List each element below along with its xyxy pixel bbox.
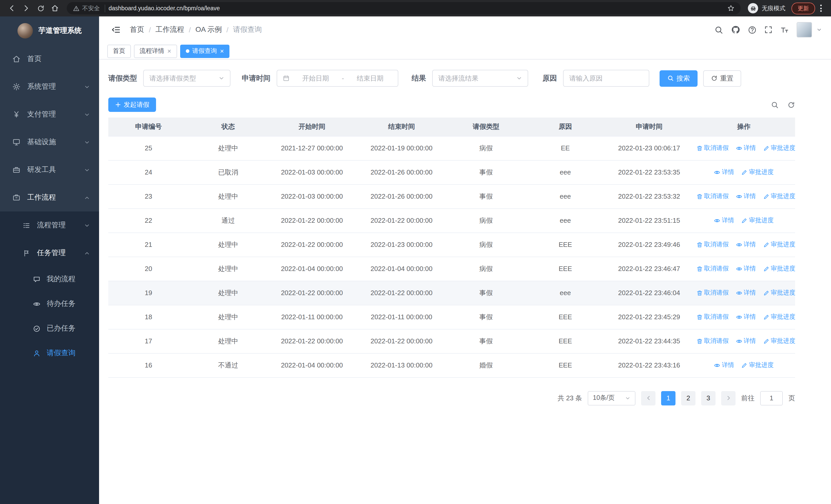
cell-reason: eee [525,184,605,208]
detail-action[interactable]: 详情 [736,192,756,201]
avatar-caret-icon[interactable] [816,27,822,32]
tab-process-detail[interactable]: 流程详情 × [134,45,177,58]
leave-type-select[interactable]: 请选择请假类型 [143,70,230,87]
page-button-3[interactable]: 3 [701,391,716,405]
cell-end: 2022-01-04 00:00:00 [356,257,447,281]
cancel-leave-action[interactable]: 取消请假 [696,264,728,273]
cell-actions: 取消请假详情审批进度 [693,257,795,281]
approval-progress-action[interactable]: 审批进度 [741,216,774,225]
forward-icon[interactable] [20,2,33,15]
approval-progress-action[interactable]: 审批进度 [763,264,795,273]
cancel-leave-action[interactable]: 取消请假 [696,313,728,321]
approval-progress-action[interactable]: 审批进度 [763,313,795,321]
table-search-icon[interactable] [771,101,779,109]
refresh-icon[interactable] [34,2,47,15]
total-count: 共 23 条 [558,393,582,403]
result-select[interactable]: 请选择流结果 [432,70,528,87]
sidebar-collapse-icon[interactable] [111,25,121,34]
approval-progress-action[interactable]: 审批进度 [741,361,774,369]
sidebar-item-payment[interactable]: 支付管理 [0,100,99,128]
back-icon[interactable] [5,2,19,15]
sidebar-item-home[interactable]: 首页 [0,45,99,73]
chevron-up-icon [84,250,90,256]
sidebar-item-infrastructure[interactable]: 基础设施 [0,128,99,156]
approval-progress-action[interactable]: 审批进度 [763,192,795,201]
goto-page-input[interactable] [760,391,783,405]
detail-action[interactable]: 详情 [736,240,756,249]
detail-action[interactable]: 详情 [736,264,756,273]
detail-action[interactable]: 详情 [736,144,756,152]
reason-input[interactable] [564,70,649,86]
chevron-down-icon [516,76,522,81]
browser-update-button[interactable]: 更新 [792,2,815,14]
view-icon [736,145,742,151]
breadcrumb-oa-example[interactable]: OA 示例 [196,25,222,34]
sidebar-item-process-management[interactable]: 流程管理 [0,211,99,239]
sidebar-item-done-tasks[interactable]: 已办任务 [0,316,99,341]
sidebar-item-devtools[interactable]: 研发工具 [0,156,99,184]
close-icon[interactable]: × [220,48,224,54]
detail-action[interactable]: 详情 [714,361,734,369]
tab-home[interactable]: 首页 [107,45,131,58]
create-leave-button[interactable]: 发起请假 [108,97,156,112]
address-bar[interactable]: 不安全 dashboard.yudao.iocoder.cn/bpm/oa/le… [67,2,741,14]
browser-toolbar: 不安全 dashboard.yudao.iocoder.cn/bpm/oa/le… [0,0,831,17]
cancel-leave-action[interactable]: 取消请假 [696,144,728,152]
reset-button[interactable]: 重置 [703,70,741,87]
page-button-2[interactable]: 2 [681,391,695,405]
detail-action[interactable]: 详情 [736,337,756,346]
progress-icon [763,266,769,272]
sidebar-item-task-management[interactable]: 任务管理 [0,239,99,267]
detail-action[interactable]: 详情 [736,313,756,321]
approval-progress-action[interactable]: 审批进度 [763,337,795,346]
sidebar-item-system[interactable]: 系统管理 [0,73,99,100]
sidebar-item-workflow[interactable]: 工作流程 [0,184,99,211]
help-icon[interactable] [748,25,756,34]
approval-progress-action[interactable]: 审批进度 [763,289,795,297]
detail-action[interactable]: 详情 [714,216,734,225]
github-icon[interactable] [731,25,740,34]
approval-progress-action[interactable]: 审批进度 [741,168,774,177]
sidebar-item-todo-tasks[interactable]: 待办任务 [0,292,99,316]
table-refresh-icon[interactable] [787,101,795,109]
page-button-1[interactable]: 1 [661,391,676,405]
end-date-input[interactable]: 结束日期 [348,73,392,83]
font-size-icon[interactable] [780,25,789,34]
cancel-leave-action[interactable]: 取消请假 [696,337,728,346]
bookmark-star-icon[interactable] [727,5,735,12]
tab-leave-query[interactable]: 请假查询 × [180,45,229,58]
progress-icon [741,169,748,175]
filter-form: 请假类型 请选择请假类型 申请时间 开始日期 - 结 [108,70,795,87]
cancel-leave-action[interactable]: 取消请假 [696,192,728,201]
user-avatar[interactable] [797,22,812,37]
cell-applied: 2022-01-22 23:53:32 [605,184,693,208]
cell-end: 2022-01-22 00:00:00 [356,281,447,305]
cancel-leave-action[interactable]: 取消请假 [696,289,728,297]
prev-page-button[interactable] [641,391,656,405]
table-row: 23处理中2022-01-03 00:00:002022-01-26 00:00… [108,184,795,208]
browser-menu-icon[interactable] [816,5,826,12]
page-size-select[interactable]: 10条/页 [588,391,635,405]
cell-applied: 2022-01-22 23:46:04 [605,281,693,305]
security-status[interactable]: 不安全 [73,4,105,12]
date-range-picker[interactable]: 开始日期 - 结束日期 [277,70,398,87]
search-button[interactable]: 搜索 [660,70,697,87]
breadcrumb-workflow[interactable]: 工作流程 [155,25,184,34]
approval-progress-action[interactable]: 审批进度 [763,240,795,249]
close-icon[interactable]: × [167,48,171,54]
breadcrumb-home[interactable]: 首页 [130,25,144,34]
approval-progress-action[interactable]: 审批进度 [763,144,795,152]
cancel-leave-action[interactable]: 取消请假 [696,240,728,249]
search-icon[interactable] [715,25,723,34]
next-page-button[interactable] [721,391,736,405]
detail-action[interactable]: 详情 [736,289,756,297]
home-icon[interactable] [48,2,62,15]
workflow-icon [12,194,21,202]
cell-type: 婚假 [447,353,525,377]
sidebar-item-leave-query[interactable]: 请假查询 [0,341,99,365]
fullscreen-icon[interactable] [764,26,773,34]
sidebar-item-my-process[interactable]: 我的流程 [0,267,99,292]
detail-action[interactable]: 详情 [714,168,734,177]
table-row: 21处理中2022-01-22 00:00:002022-01-23 00:00… [108,233,795,257]
start-date-input[interactable]: 开始日期 [294,73,338,83]
